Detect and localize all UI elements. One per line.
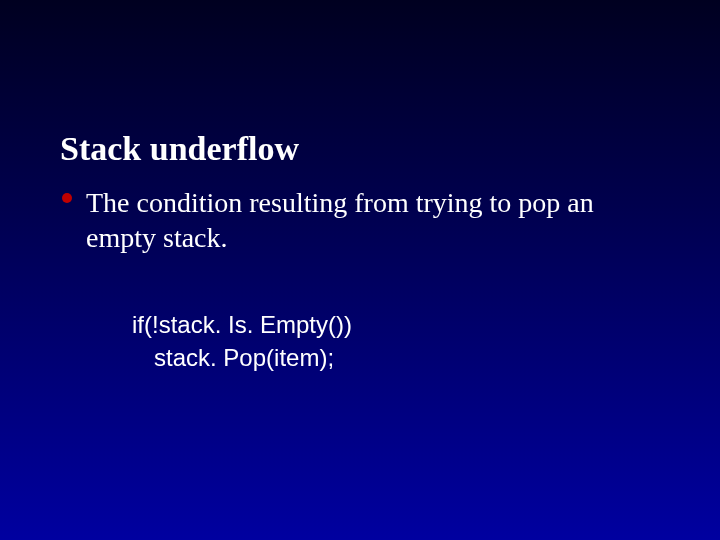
bullet-icon: [62, 193, 72, 203]
slide-title: Stack underflow: [60, 130, 660, 167]
code-line-2: stack. Pop(item);: [132, 342, 660, 374]
code-line-1: if(!stack. Is. Empty()): [132, 309, 660, 341]
code-block: if(!stack. Is. Empty()) stack. Pop(item)…: [132, 309, 660, 374]
bullet-row: The condition resulting from trying to p…: [60, 185, 660, 255]
bullet-text: The condition resulting from trying to p…: [86, 185, 660, 255]
slide: Stack underflow The condition resulting …: [0, 0, 720, 374]
